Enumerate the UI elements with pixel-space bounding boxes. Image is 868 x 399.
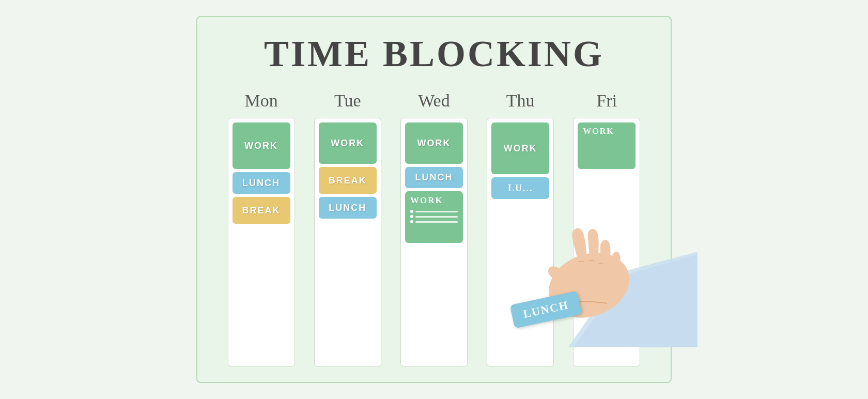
note-line-3 — [410, 220, 458, 223]
block-wed-work-top: WORK — [405, 122, 463, 164]
day-header-fri: Fri — [573, 91, 640, 111]
columns-row: WORK LUNCH BREAK WORK BREAK LUNCH — [218, 118, 650, 366]
block-wed-notes: WORK — [405, 191, 463, 243]
day-header-tue: Tue — [314, 91, 381, 111]
main-card: TIME BLOCKING Mon Tue Wed Thu Fri WORK L… — [196, 16, 672, 383]
block-fri-work-label: WORK — [583, 127, 630, 136]
block-mon-lunch: LUNCH — [233, 172, 290, 194]
block-mon-work: WORK — [233, 122, 290, 169]
column-mon: WORK LUNCH BREAK — [228, 118, 295, 366]
page-title: TIME BLOCKING — [264, 33, 604, 75]
note-line-1 — [410, 210, 458, 213]
block-fri-notes: WORK — [578, 122, 636, 169]
column-thu: WORK LU... — [487, 118, 554, 366]
note-line-2 — [410, 215, 458, 218]
day-header-wed: Wed — [400, 91, 468, 111]
block-thu-work: WORK — [491, 122, 549, 174]
column-fri: WORK — [573, 118, 640, 366]
day-header-mon: Mon — [228, 91, 295, 111]
day-headers: Mon Tue Wed Thu Fri — [218, 91, 650, 111]
block-wed-lunch: LUNCH — [405, 167, 463, 188]
block-tue-work: WORK — [319, 122, 377, 164]
block-tue-lunch: LUNCH — [319, 197, 377, 219]
column-tue: WORK BREAK LUNCH — [314, 118, 381, 366]
block-thu-lunch-partial: LU... — [491, 177, 549, 199]
calendar-area: Mon Tue Wed Thu Fri WORK LUNCH BREAK — [218, 91, 650, 366]
block-mon-break: BREAK — [233, 197, 290, 224]
block-wed-notes-label: WORK — [410, 195, 458, 206]
day-header-thu: Thu — [487, 91, 554, 111]
block-tue-break: BREAK — [319, 167, 377, 194]
column-wed: WORK LUNCH WORK — [400, 118, 468, 366]
